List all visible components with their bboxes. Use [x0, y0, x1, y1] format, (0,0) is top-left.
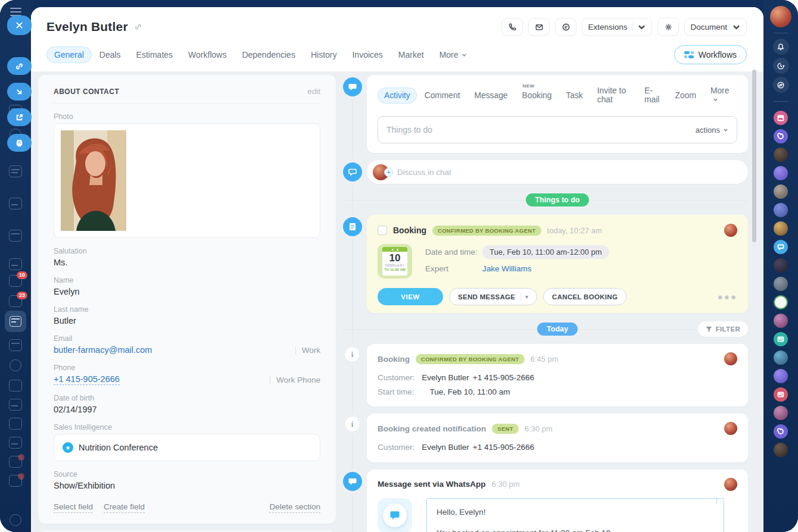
composer-tab-task[interactable]: Task	[559, 87, 589, 104]
more-options-icon[interactable]: ●●●	[718, 292, 737, 302]
caret-down-icon: ▾	[525, 294, 528, 300]
delete-section-link[interactable]: Delete section	[269, 502, 320, 513]
tab-workflows[interactable]: Workflows	[180, 46, 234, 63]
todo-input-wrap: actions	[378, 116, 737, 143]
illustration-avatar[interactable]	[774, 166, 788, 180]
send-message-button[interactable]: SEND MESSAGE ▾	[449, 288, 537, 305]
tab-general[interactable]: General	[46, 46, 92, 63]
sidebar-icon-analytics[interactable]	[9, 437, 22, 449]
sidebar-icon-pencil[interactable]	[9, 418, 22, 430]
contact-avatar[interactable]	[774, 351, 788, 365]
message-time: 6:30 pm	[492, 480, 520, 489]
discuss-in-chat-row[interactable]: +	[367, 160, 748, 184]
customer-label: Customer:	[378, 440, 414, 455]
contact-card-icon[interactable]	[774, 387, 788, 402]
sidebar-icon-chats[interactable]	[9, 475, 22, 487]
todo-input[interactable]	[386, 125, 696, 134]
email-value[interactable]: butler-farmacy@mail.com	[54, 345, 152, 355]
tab-market[interactable]: Market	[391, 46, 432, 63]
discuss-chat-input[interactable]	[397, 168, 743, 177]
copy-link-icon[interactable]	[7, 57, 32, 75]
sidebar-icon-shop-cart[interactable]	[9, 380, 22, 392]
copilot-spiral-icon[interactable]	[774, 129, 788, 143]
chat-bubble-icon[interactable]	[774, 240, 788, 254]
event-title: Booking created notification	[378, 424, 486, 433]
tab-dependencies[interactable]: Dependencies	[234, 46, 303, 63]
contact-card-icon[interactable]	[774, 332, 788, 346]
contact-avatar[interactable]	[774, 406, 788, 420]
sidebar-icon-warehouse[interactable]	[9, 339, 22, 351]
sales-intelligence-box[interactable]: ★ Nutrition Conference	[54, 434, 320, 461]
contact-avatar[interactable]	[774, 443, 788, 457]
tab-history[interactable]: History	[303, 46, 345, 63]
contact-avatar[interactable]	[774, 258, 788, 273]
sidebar-icon-drawer[interactable]	[9, 258, 22, 270]
sidebar-icon-tasks[interactable]: 10	[9, 275, 22, 287]
contact-photo-box[interactable]	[54, 123, 320, 238]
tab-invoices[interactable]: Invoices	[344, 46, 390, 63]
sidebar-icon-marketing-target[interactable]	[10, 359, 21, 371]
filter-button[interactable]: FILTER	[698, 321, 748, 337]
composer-tab-comment[interactable]: Comment	[418, 87, 467, 104]
phone-icon[interactable]	[501, 18, 523, 36]
contact-avatar[interactable]	[774, 148, 788, 162]
booking-checkbox[interactable]	[378, 226, 387, 235]
composer-tab-email[interactable]: E-mail	[638, 83, 668, 108]
sidebar-icon-board[interactable]	[9, 230, 22, 242]
copilot-spiral-icon[interactable]	[774, 424, 788, 439]
composer-tab-more[interactable]: More	[704, 83, 737, 108]
chat-forward-icon[interactable]	[555, 18, 576, 36]
customer-phone-link[interactable]: +1 415-905-2666	[473, 371, 534, 385]
tab-deals[interactable]: Deals	[92, 46, 129, 63]
sidebar-icon-contact-center[interactable]	[9, 456, 22, 468]
create-field-link[interactable]: Create field	[104, 502, 145, 513]
select-field-link[interactable]: Select field	[54, 502, 93, 513]
message-timeline-icon	[343, 472, 362, 491]
sidebar-icon-files[interactable]	[9, 198, 22, 209]
composer-tab-activity[interactable]: Activity	[378, 87, 417, 104]
chat-transfer-icon[interactable]	[773, 77, 789, 93]
workspace-hexagon-icon[interactable]	[774, 295, 788, 309]
actions-dropdown[interactable]: actions	[696, 126, 728, 134]
close-icon[interactable]	[7, 15, 32, 35]
tab-more[interactable]: More	[432, 46, 475, 63]
sidebar-icon-sign-doc[interactable]	[9, 399, 22, 411]
extensions-button[interactable]: Extensions	[582, 18, 652, 36]
print-icon[interactable]	[7, 134, 32, 152]
datetime-value: Tue, Feb 10, 11:00 am-12:00 pm	[482, 245, 609, 259]
history-icon[interactable]	[773, 58, 789, 74]
view-button[interactable]: VIEW	[378, 288, 443, 305]
sidebar-icon-settings-gear[interactable]	[10, 514, 21, 526]
booking-calendar-icon[interactable]	[774, 111, 788, 125]
info-icon: i	[344, 346, 360, 362]
sidebar-icon-booking-active[interactable]	[5, 311, 26, 332]
minimize-icon[interactable]	[7, 83, 32, 101]
gear-icon[interactable]	[657, 18, 679, 36]
sidebar-icon-calendar[interactable]	[9, 165, 22, 177]
contact-avatar[interactable]	[774, 314, 788, 328]
composer-tab-zoom[interactable]: Zoom	[669, 87, 703, 104]
open-new-window-icon[interactable]	[7, 108, 32, 126]
contact-avatar[interactable]	[774, 369, 788, 383]
tab-estimates[interactable]: Estimates	[129, 46, 180, 63]
about-edit-link[interactable]: edit	[307, 87, 320, 96]
composer-tab-booking[interactable]: NEW Booking	[516, 87, 559, 104]
notifications-bell-icon[interactable]	[773, 39, 789, 55]
link-icon[interactable]	[134, 23, 142, 31]
composer-tab-message[interactable]: Message	[468, 87, 515, 104]
contact-avatar[interactable]	[774, 184, 788, 199]
sidebar-icon-crm-funnel[interactable]: 23	[9, 295, 22, 307]
workflows-button[interactable]: Workflows	[674, 45, 747, 64]
phone-value[interactable]: +1 415-905-2666	[54, 374, 120, 385]
user-avatar[interactable]	[770, 6, 791, 27]
illustration-avatar[interactable]	[774, 203, 788, 217]
expert-link[interactable]: Jake Williams	[482, 264, 532, 273]
customer-phone-link[interactable]: +1 415-905-2666	[473, 440, 534, 455]
contact-avatar[interactable]	[774, 277, 788, 291]
contact-avatar[interactable]	[774, 221, 788, 236]
composer-tab-invite[interactable]: Invite to chat	[591, 83, 637, 108]
document-button[interactable]: Document	[684, 18, 747, 36]
scrollbar-thumb[interactable]	[752, 70, 756, 242]
cancel-booking-button[interactable]: CANCEL BOOKING	[543, 288, 626, 305]
mail-icon[interactable]	[528, 18, 550, 36]
